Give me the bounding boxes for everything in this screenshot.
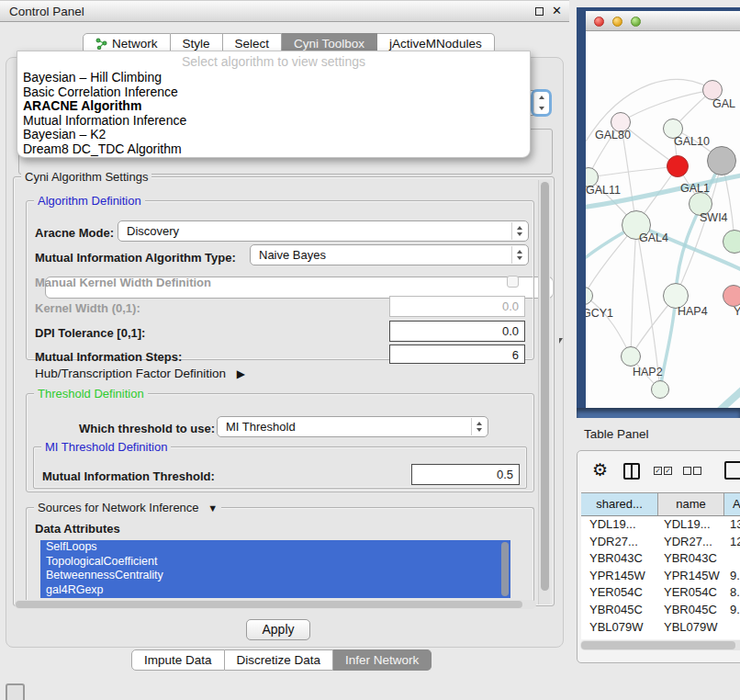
zoom-traffic-light[interactable] [631,17,641,27]
control-panel-titlebar: Control Panel ✕ [0,0,569,22]
dropdown-item-highlighted[interactable]: ARACNE Algorithm [17,99,530,114]
group-title: MI Threshold Definition [41,440,171,454]
mi-steps-label: Mutual Information Steps: [35,350,182,364]
network-node[interactable] [723,285,740,307]
cell-shared-name: YLR345W [581,636,658,639]
cell-shared-name: YDR27... [581,534,658,551]
cell-value: 9. [724,602,740,619]
gear-icon[interactable]: ⚙ [592,459,608,480]
mi-threshold-label: Mutual Information Threshold: [42,469,215,483]
float-window-icon[interactable] [535,7,544,16]
network-node[interactable] [621,346,641,367]
attribute-item[interactable]: BetweennessCentrality [40,569,510,583]
attribute-item[interactable]: gal4RGexp [40,583,510,598]
column-header[interactable]: shared... [581,493,658,515]
cell-name: YER054C [658,584,724,602]
table-toolbar: ⚙ ✓ ✓ [577,451,740,492]
table-row[interactable]: YDL19... YDL19... 13 [581,516,740,534]
network-node-selected[interactable] [667,155,689,177]
attributes-scrollbar-thumb[interactable] [501,542,509,596]
cell-value: 9. [724,636,740,639]
cell-value: 12 [724,534,740,551]
table-row[interactable]: YBR045C YBR045C 9. [581,602,740,619]
dropdown-item[interactable]: Basic Correlation Inference [17,85,530,100]
settings-horizontal-scrollbar[interactable] [15,600,536,609]
table-horizontal-scrollbar[interactable] [580,640,740,650]
minimized-panel-icon[interactable] [6,683,25,700]
network-node[interactable] [723,230,740,254]
tab-label: Infer Network [345,653,419,667]
data-attributes-label: Data Attributes [35,522,120,536]
which-threshold-combobox[interactable]: MI Threshold [217,416,488,437]
column-header[interactable]: name [658,493,724,515]
network-node[interactable] [707,146,736,175]
combo-stepper-icon [511,222,527,240]
kernel-width-field[interactable]: 0.0 [389,296,525,317]
group-title: Cyni Algorithm Settings [21,170,151,184]
node-label: GAL [712,97,735,110]
table-panel-window: ⚙ ✓ ✓ shared... name A YDL19... YDL19... [577,450,740,663]
group-title: Sources for Network Inference ▼ [34,501,221,514]
scrollbar-thumb[interactable] [541,182,549,591]
combo-value: Naive Bayes [259,248,326,262]
new-table-icon[interactable] [724,461,740,480]
manual-kernel-width-label: Manual Kernel Width Definition [35,276,211,289]
mi-algorithm-type-label: Mutual Information Algorithm Type: [35,251,236,265]
tab-infer-network[interactable]: Infer Network [333,649,432,671]
attribute-item[interactable]: TopologicalCoefficient [40,555,510,570]
settings-vertical-scrollbar[interactable] [538,180,550,604]
tab-impute-data[interactable]: Impute Data [131,649,225,671]
cell-name: YBR043C [658,550,724,568]
network-node[interactable] [651,380,669,399]
tab-discretize-data[interactable]: Discretize Data [225,649,334,671]
hub-definition-expander[interactable]: Hub/Transcription Factor Definition ▶ [35,367,245,380]
cell-name: YDL19... [658,516,724,534]
dropdown-item[interactable]: Bayesian – K2 [17,128,530,142]
table-row[interactable]: YLR345W YLR345W 9. [581,636,740,639]
network-view-panel: GAL GAL80 GAL10 GAL1 GAL11 SWI4 GAL4 GCY… [577,7,740,418]
node-label: GAL80 [595,129,631,141]
close-traffic-light[interactable] [594,17,604,27]
sources-title: Sources for Network Inference [38,501,199,514]
cell-shared-name: YBR045C [581,602,658,619]
unchecked-box-icon [693,467,701,475]
mi-threshold-field[interactable]: 0.5 [411,464,520,485]
hide-columns-icon[interactable] [683,467,701,475]
cell-value [724,550,740,568]
mi-steps-field[interactable]: 6 [389,344,525,364]
network-window-titlebar [586,11,740,31]
column-header[interactable]: A [724,493,740,515]
show-columns-icon[interactable]: ✓ ✓ [654,467,672,475]
dpi-tolerance-field[interactable]: 0.0 [389,321,525,342]
apply-button[interactable]: Apply [246,619,310,640]
dropdown-item[interactable]: Mutual Information Inference [17,114,530,129]
cell-shared-name: YDL19... [581,516,658,534]
scrollbar-thumb[interactable] [581,641,735,649]
close-icon[interactable]: ✕ [552,4,562,17]
cell-value: 13 [724,516,740,534]
algorithm-dropdown-popup: Select algorithm to view settings Bayesi… [17,51,531,158]
scrollbar-thumb[interactable] [16,601,522,608]
manual-kernel-width-checkbox[interactable] [507,276,519,288]
node-label: HAP4 [678,305,708,318]
table-row[interactable]: YBR043C YBR043C [581,550,740,568]
split-columns-icon[interactable] [623,463,640,480]
aracne-mode-combobox[interactable]: Discovery [118,220,529,242]
table-row[interactable]: YPR145W YPR145W 9. [581,568,740,585]
table-row[interactable]: YDR27... YDR27... 12 [581,534,740,551]
which-threshold-label: Which threshold to use: [79,422,215,435]
collapse-down-icon[interactable]: ▼ [207,502,218,514]
mi-algorithm-type-combobox[interactable]: Naive Bayes [250,244,529,265]
cell-name: YBL079W [658,619,724,637]
combo-value: Discovery [127,224,179,238]
node-label: GAL10 [674,135,710,148]
dropdown-item[interactable]: Dream8 DC_TDC Algorithm [17,142,530,157]
cell-name: YBR045C [658,602,724,619]
cell-shared-name: YBR043C [581,550,658,568]
minimize-traffic-light[interactable] [612,17,622,27]
attribute-item[interactable]: SelfLoops [40,540,510,555]
table-row[interactable]: YER054C YER054C 8. [581,584,740,602]
network-canvas[interactable]: GAL GAL80 GAL10 GAL1 GAL11 SWI4 GAL4 GCY… [586,31,740,408]
dropdown-item[interactable]: Bayesian – Hill Climbing [17,71,530,85]
table-row[interactable]: YBL079W YBL079W [581,619,740,637]
